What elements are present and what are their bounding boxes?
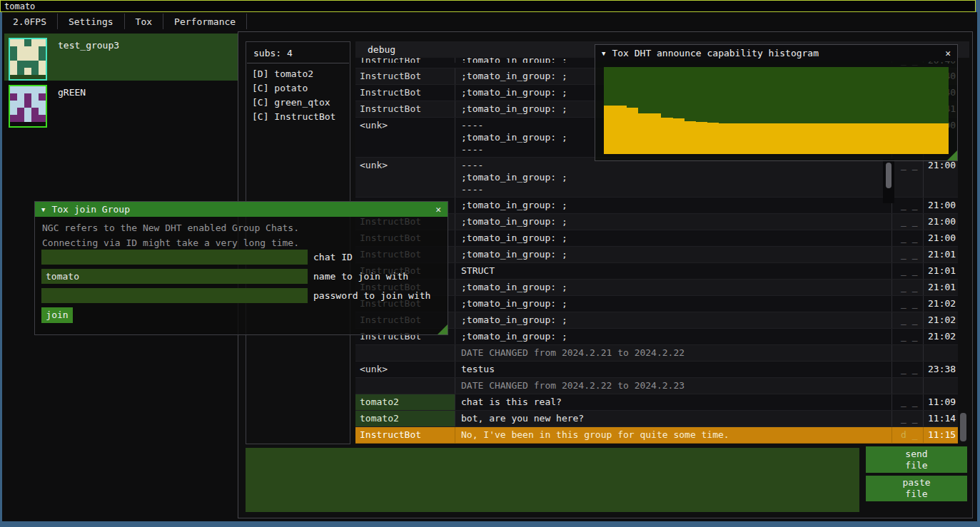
- join-name-field[interactable]: tomato: [41, 269, 308, 284]
- group-item-test_group3[interactable]: test_group3: [4, 34, 238, 81]
- subs-list: [D] tomato2[C] potato[C] green_qtox[C] I…: [246, 63, 350, 128]
- message-text: chat is this real?: [455, 394, 892, 410]
- histogram-bar: [742, 123, 753, 154]
- table-scrollbar-thumb[interactable]: [960, 413, 966, 441]
- subs-member: [C] potato: [252, 81, 344, 96]
- chat-id-label: chat ID: [313, 250, 353, 265]
- message-text: ;tomato_in_group: ;: [455, 230, 892, 246]
- avatar-pixel: [31, 101, 39, 108]
- dht-histogram-titlebar[interactable]: ▼ Tox DHT announce capability histogram …: [595, 45, 957, 61]
- date-changed-row[interactable]: DATE CHANGED from 2024.2.22 to 2024.2.23: [355, 378, 958, 394]
- menu-item-tox[interactable]: Tox: [125, 14, 163, 29]
- message-row[interactable]: InstructBotNo, I've been in this group f…: [355, 427, 958, 444]
- histogram-bar: [650, 113, 661, 154]
- avatar-pixel: [31, 108, 39, 115]
- histogram-bar: [822, 123, 834, 154]
- paste-file-label-1: paste: [902, 477, 930, 488]
- os-titlebar[interactable]: tomato: [0, 0, 976, 12]
- histogram-bar: [730, 123, 742, 154]
- join-button[interactable]: join: [41, 307, 73, 323]
- histogram-bar: [857, 123, 868, 154]
- menu-item-performance[interactable]: Performance: [163, 14, 247, 29]
- os-window-title: tomato: [4, 1, 35, 11]
- join-name-label: name to join with: [313, 269, 408, 284]
- histogram-bar: [615, 106, 627, 154]
- histogram-bar: [661, 118, 672, 154]
- histogram-bar: [902, 123, 914, 154]
- message-timestamp: [924, 345, 958, 361]
- avatar-pixel: [10, 53, 17, 61]
- message-timestamp: 21:01: [924, 247, 958, 262]
- message-text: ;tomato_in_group: ;: [455, 296, 892, 312]
- avatar-pixel: [39, 68, 46, 75]
- delivery-indicator: _ _: [895, 362, 924, 377]
- histogram-bar: [891, 123, 902, 154]
- avatar-pixel: [39, 86, 46, 93]
- avatar-pixel: [24, 93, 31, 101]
- menu-item-2.0fps[interactable]: 2.0FPS: [2, 14, 58, 29]
- avatar-pixel: [31, 53, 39, 61]
- delivery-indicator: _ _: [895, 312, 924, 328]
- message-input[interactable]: [246, 448, 859, 512]
- message-text: ;tomato_in_group: ;: [455, 198, 892, 213]
- avatar-pixel: [24, 68, 31, 75]
- join-password-label: password to join with: [313, 288, 430, 303]
- group-name-label: test_group3: [58, 40, 119, 81]
- message-timestamp: [924, 378, 958, 394]
- message-sender: InstructBot: [355, 85, 455, 101]
- avatar-pixel: [39, 108, 46, 115]
- avatar-pixel: [31, 46, 39, 53]
- close-icon[interactable]: ✕: [435, 204, 441, 215]
- message-text: ;tomato_in_group: ;: [455, 280, 892, 295]
- join-group-titlebar[interactable]: ▼ Tox join Group ✕: [35, 202, 448, 217]
- avatar-pixel: [17, 53, 24, 61]
- close-icon[interactable]: ✕: [945, 48, 951, 58]
- chat-scrollbar-thumb[interactable]: [886, 163, 891, 188]
- avatar-pixel: [17, 101, 24, 108]
- avatar-pixel: [24, 61, 31, 68]
- collapse-icon[interactable]: ▼: [41, 206, 45, 213]
- avatar-pixel: [17, 46, 24, 53]
- message-sender: <unk>: [355, 118, 455, 157]
- histogram-bar: [845, 123, 857, 154]
- avatar-pixel: [24, 86, 31, 93]
- paste-file-button[interactable]: paste file: [866, 476, 967, 501]
- collapse-icon[interactable]: ▼: [602, 50, 605, 57]
- date-changed-row[interactable]: DATE CHANGED from 2024.2.21 to 2024.2.22: [355, 345, 958, 362]
- avatar-pixel: [24, 39, 31, 46]
- subs-member: [C] InstructBot: [252, 110, 344, 124]
- resize-grip[interactable]: [947, 150, 957, 160]
- message-row[interactable]: tomato2chat is this real?_ _11:09: [355, 394, 958, 411]
- delivery-indicator: _ _: [895, 158, 924, 197]
- chat-id-field[interactable]: [41, 250, 308, 265]
- message-row[interactable]: tomato2bot, are you new here?_ _11:14: [355, 411, 958, 427]
- join-desc-line1: NGC refers to the New DHT enabled Group …: [42, 222, 299, 233]
- message-timestamp: 23:38: [924, 362, 958, 377]
- message-timestamp: 21:02: [924, 296, 958, 312]
- avatar-pixel: [10, 108, 17, 115]
- dht-histogram-title: Tox DHT announce capability histogram: [612, 48, 939, 58]
- avatar-pixel: [10, 68, 17, 75]
- paste-file-label-2: file: [905, 488, 927, 500]
- message-timestamp: 11:14: [924, 411, 958, 426]
- message-text: ;tomato_in_group: ;: [455, 247, 892, 262]
- message-text: testus: [455, 362, 892, 377]
- group-item-gREEN[interactable]: gREEN: [4, 81, 238, 128]
- histogram-bar: [627, 108, 638, 154]
- avatar-pixel: [31, 86, 39, 93]
- send-file-button[interactable]: send file: [866, 446, 967, 473]
- histogram-bar: [638, 113, 650, 154]
- resize-grip[interactable]: [438, 324, 448, 334]
- menu-item-settings[interactable]: Settings: [58, 14, 125, 29]
- message-row[interactable]: <unk>----;tomato_in_group: ;----_ _21:00: [355, 158, 958, 198]
- avatar-pixel: [10, 115, 17, 122]
- message-timestamp: 11:09: [924, 394, 958, 410]
- join-password-field[interactable]: [41, 288, 308, 303]
- message-row[interactable]: <unk>testus_ _23:38: [355, 362, 958, 378]
- avatar-pixel: [39, 46, 46, 53]
- avatar-pixel: [10, 61, 17, 68]
- delivery-indicator: [895, 378, 924, 394]
- message-sender: <unk>: [355, 362, 455, 377]
- message-text: ----;tomato_in_group: ;----: [455, 158, 892, 197]
- desktop: tomato 2.0FPSSettingsToxPerformance test…: [0, 0, 980, 527]
